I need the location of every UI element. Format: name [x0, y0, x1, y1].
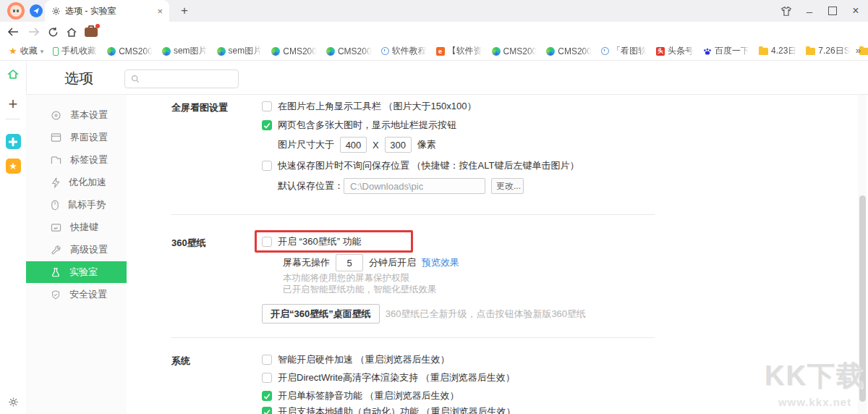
star-icon: ★: [9, 46, 17, 56]
enable-desktop-wallpaper-button[interactable]: 开启“360壁纸”桌面壁纸: [262, 304, 380, 324]
phone-icon: [53, 47, 59, 56]
preview-effect-link[interactable]: 预览效果: [422, 256, 459, 269]
section-label-wallpaper: 360壁纸: [171, 237, 206, 250]
sidebar-item-basic[interactable]: 基本设置: [26, 104, 127, 126]
bookmark-item[interactable]: sem图片: [217, 45, 263, 57]
checkbox-show-toolbar[interactable]: [262, 101, 272, 111]
bookmark-item[interactable]: 头头条号: [656, 45, 694, 57]
setting-row: 开启支持本地辅助（自动化）功能 （重启浏览器后生效）: [262, 406, 516, 414]
min-width-input[interactable]: [340, 137, 367, 153]
site-360-icon: [162, 47, 171, 56]
min-height-input[interactable]: [385, 137, 412, 153]
minimize-button[interactable]: –: [797, 0, 822, 22]
new-tab-button[interactable]: +: [176, 3, 192, 19]
bookmark-item[interactable]: CMS200: [271, 46, 317, 56]
section-divider: [171, 337, 655, 338]
sidebar-item-tabs[interactable]: 标签设置: [26, 149, 127, 171]
tab-options-lab[interactable]: 选项 - 实验室 ×: [45, 0, 169, 22]
search-icon: [131, 75, 140, 83]
site-360-icon: [492, 47, 501, 56]
checkbox-tab-mute[interactable]: [262, 391, 272, 401]
bookmarks-bar: ★ 收藏 ▾ 手机收藏夹 CMS200 sem图片 sem图片 CMS200 C…: [0, 42, 868, 61]
bookmark-item[interactable]: 4.23日: [759, 45, 796, 57]
setting-row: 网页包含多张大图时，显示地址栏提示按钮: [262, 119, 456, 131]
checkbox-quick-save[interactable]: [262, 161, 272, 171]
watermark-title: KK下载: [765, 358, 865, 394]
tab-icon: [51, 156, 61, 165]
sidebar-item-mouse[interactable]: 鼠标手势: [26, 194, 127, 216]
workspace-briefcase-icon[interactable]: [82, 25, 100, 39]
home-icon[interactable]: [64, 25, 79, 39]
sidebar-item-hotkeys[interactable]: 快捷键: [26, 216, 127, 238]
sidebar-item-security[interactable]: 安全设置: [26, 284, 127, 305]
checkbox-addressbar-hint[interactable]: [262, 120, 272, 130]
bookmark-item[interactable]: 7.26日S: [806, 45, 849, 57]
setting-row: 开启DirectWrite高清字体渲染支持 （重启浏览器后生效）: [262, 372, 515, 384]
back-icon[interactable]: [6, 25, 20, 39]
page-title: 选项: [64, 69, 93, 88]
save-location-row: 默认保存位置： 更改...: [278, 178, 524, 194]
clock-icon: [381, 47, 389, 55]
reload-icon[interactable]: [46, 25, 60, 39]
site-360-icon: [217, 47, 226, 56]
strip-divider: [6, 119, 20, 119]
folder-icon: [759, 48, 768, 55]
tab-title: 选项 - 实验室: [65, 5, 153, 17]
bookmark-item[interactable]: sem图片: [162, 45, 208, 57]
strip-health-app-icon[interactable]: [0, 134, 26, 149]
window-close-button[interactable]: ×: [843, 0, 868, 22]
bookmark-item[interactable]: CMS200: [326, 46, 372, 56]
section-divider: [171, 214, 655, 215]
strip-settings-gear-icon[interactable]: [0, 397, 26, 407]
sidebar-item-advanced[interactable]: 高级设置: [26, 239, 127, 261]
forward-icon[interactable]: [26, 25, 41, 39]
bookmark-item[interactable]: 手机收藏夹: [53, 45, 98, 57]
lightning-icon: [51, 177, 60, 188]
checkbox-hw-acceleration[interactable]: [262, 355, 272, 365]
bookmark-item[interactable]: e【软件资: [436, 45, 482, 57]
share-icon[interactable]: [30, 4, 43, 17]
tab-close-icon[interactable]: ×: [157, 7, 163, 16]
baidu-paw-icon: [703, 47, 712, 56]
strip-add-icon[interactable]: +: [0, 95, 26, 114]
bookmarks-overflow-icon[interactable]: »: [856, 45, 861, 56]
bookmark-item[interactable]: CMS200: [492, 46, 537, 56]
change-path-button[interactable]: 更改...: [491, 178, 524, 194]
paper-plane-icon: [33, 7, 40, 14]
bookmark-item[interactable]: 软件教程: [381, 45, 427, 57]
sidebar-item-lab[interactable]: 实验室: [26, 261, 127, 283]
strip-favorites-app-icon[interactable]: ★: [0, 159, 26, 174]
watermark-url: www.kkx.net: [765, 396, 865, 408]
header-divider: [26, 94, 868, 95]
hotkey-icon: [51, 223, 61, 232]
notification-dot: [95, 24, 100, 28]
navigation-bar: se://settings/lib 今年还要调休3次 译: [0, 22, 868, 42]
strip-home-icon[interactable]: [0, 68, 26, 80]
options-search-input[interactable]: [124, 69, 239, 88]
favorites-menu[interactable]: ★ 收藏 ▾: [9, 45, 43, 57]
site-360-icon: [271, 47, 280, 56]
image-size-row: 图片尺寸大于 X 像素: [278, 137, 436, 153]
bookmark-item[interactable]: CMS200: [107, 46, 153, 56]
main-area: + ★ 选项 基本设置 界面设置: [0, 61, 868, 414]
bookmark-item[interactable]: CMS200: [546, 46, 592, 56]
site-360-icon: [326, 47, 335, 56]
sidebar-item-interface[interactable]: 界面设置: [26, 127, 127, 148]
target-icon: [51, 110, 61, 121]
idle-minutes-input[interactable]: [336, 254, 363, 271]
bookmark-item[interactable]: 「看图软: [601, 45, 647, 57]
sidebar-item-speed[interactable]: 优化加速: [26, 172, 127, 193]
folder-icon: [806, 48, 815, 55]
browser-logo-icon[interactable]: [7, 2, 25, 20]
checkbox-local-assist[interactable]: [262, 407, 272, 414]
mouse-icon: [51, 200, 59, 211]
wallpaper-button-row: 开启“360壁纸”桌面壁纸 360壁纸已全新升级，点击按钮体验新版360壁纸: [262, 304, 586, 324]
save-path-input[interactable]: [344, 178, 485, 194]
checkbox-directwrite[interactable]: [262, 373, 272, 383]
theme-skin-icon[interactable]: [774, 0, 799, 22]
title-bar: 选项 - 实验室 × + – ×: [0, 0, 868, 22]
bookmark-item[interactable]: 百度一下: [703, 45, 749, 57]
scrollbar-thumb[interactable]: [859, 195, 866, 402]
clock-icon: [601, 47, 609, 55]
maximize-button[interactable]: [820, 0, 845, 22]
